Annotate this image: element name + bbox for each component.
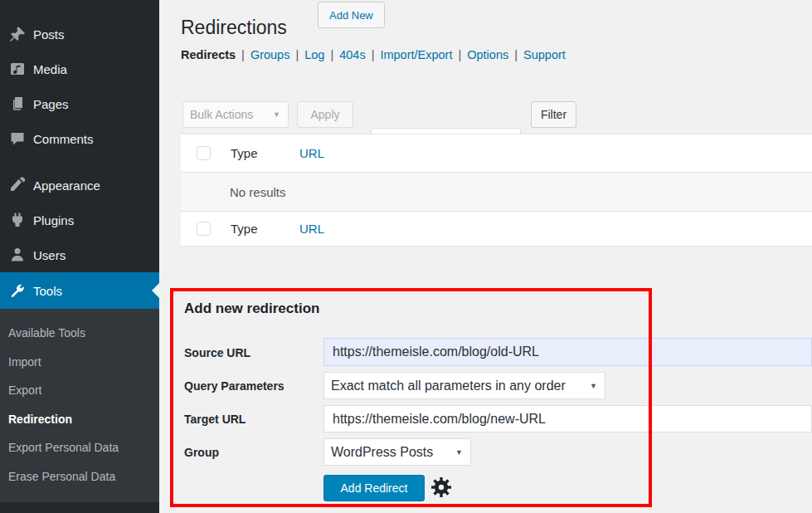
column-header-url[interactable]: URL: [299, 146, 324, 160]
pages-icon: [9, 95, 26, 112]
sidebar-item-label: Plugins: [33, 213, 74, 227]
user-icon: [9, 247, 26, 263]
redirects-table: Type URL No results Type URL: [181, 134, 812, 247]
active-menu-arrow: [152, 283, 159, 298]
target-url-value: https://themeisle.com/blog/new-URL: [333, 412, 546, 427]
query-parameters-value: Exact match all parameters in any order: [331, 379, 566, 393]
submenu-item-import[interactable]: Import: [0, 348, 159, 377]
tab-separator: |: [241, 48, 245, 61]
bulk-actions-value: Bulk Actions: [190, 108, 253, 121]
form-title: Add new redirection: [184, 300, 319, 317]
submenu-item-export[interactable]: Export: [0, 376, 159, 405]
sidebar-item-media[interactable]: Media: [0, 51, 159, 86]
bulk-actions-select[interactable]: Bulk Actions ▼: [182, 101, 289, 128]
target-url-label: Target URL: [184, 413, 246, 426]
query-parameters-label: Query Parameters: [184, 379, 284, 393]
plug-icon: [9, 212, 26, 228]
media-icon: [9, 61, 26, 77]
source-url-label: Source URL: [184, 346, 250, 359]
apply-button[interactable]: Apply: [297, 101, 353, 128]
filter-button-label: Filter: [541, 108, 566, 121]
wrench-icon: [9, 282, 26, 299]
chevron-down-icon: ▼: [273, 110, 280, 119]
tab-redirects[interactable]: Redirects: [181, 48, 236, 61]
group-label: Group: [184, 446, 219, 459]
page-title: Redirections: [181, 15, 287, 40]
brush-icon: [9, 177, 26, 193]
tab-separator: |: [458, 48, 461, 61]
pushpin-icon: [9, 26, 26, 42]
sidebar-item-label: Users: [33, 248, 66, 262]
plugin-tabs: Redirects|Groups|Log|404s|Import/Export|…: [181, 48, 566, 61]
tab-separator: |: [514, 48, 518, 61]
sidebar-item-tools[interactable]: Tools: [0, 272, 159, 309]
sidebar-item-posts[interactable]: Posts: [0, 17, 159, 51]
select-all-checkbox[interactable]: [197, 146, 211, 160]
menu-separator: [0, 156, 159, 168]
column-header-type: Type: [231, 146, 299, 160]
sidebar-item-settings[interactable]: Settings: [0, 502, 159, 513]
sidebar-item-label: Media: [33, 62, 67, 76]
comment-icon: [9, 130, 26, 147]
sidebar-item-label: Comments: [33, 132, 94, 146]
table-footer-row: Type URL: [181, 212, 812, 246]
sidebar-item-plugins[interactable]: Plugins: [0, 203, 159, 237]
tab-log[interactable]: Log: [304, 48, 324, 61]
tab-options[interactable]: Options: [467, 48, 508, 61]
tools-submenu: Available Tools Import Export Redirectio…: [0, 309, 159, 502]
tab-404s[interactable]: 404s: [339, 48, 365, 61]
submenu-item-export-personal-data[interactable]: Export Personal Data: [0, 433, 159, 462]
submenu-item-erase-personal-data[interactable]: Erase Personal Data: [0, 462, 159, 491]
group-select[interactable]: WordPress Posts ▼: [323, 438, 471, 466]
tab-import-export[interactable]: Import/Export: [380, 48, 452, 61]
sidebar-item-label: Pages: [33, 97, 69, 111]
submenu-item-available-tools[interactable]: Available Tools: [0, 319, 159, 348]
group-value: WordPress Posts: [331, 445, 433, 460]
table-header-row: Type URL: [181, 134, 812, 173]
column-footer-url[interactable]: URL: [299, 222, 324, 236]
select-all-checkbox[interactable]: [197, 222, 211, 236]
target-url-input[interactable]: https://themeisle.com/blog/new-URL: [323, 405, 812, 432]
empty-results-row: No results: [181, 173, 812, 212]
chevron-down-icon: ▼: [455, 448, 463, 457]
query-parameters-select[interactable]: Exact match all parameters in any order …: [323, 372, 605, 399]
tab-separator: |: [295, 48, 299, 61]
no-results-message: No results: [230, 185, 286, 199]
tab-support[interactable]: Support: [523, 48, 566, 61]
admin-sidebar: Posts Media Pages Comments Appearance: [0, 0, 159, 513]
apply-button-label: Apply: [310, 108, 339, 121]
add-redirect-button[interactable]: Add Redirect: [323, 475, 425, 501]
sidebar-item-comments[interactable]: Comments: [0, 121, 159, 156]
tab-groups[interactable]: Groups: [250, 48, 290, 61]
source-url-value: https://themeisle.com/blog/old-URL: [333, 344, 539, 359]
filter-button[interactable]: Filter: [531, 101, 576, 128]
sidebar-item-label: Posts: [33, 27, 65, 42]
gear-icon[interactable]: [430, 476, 453, 499]
sidebar-item-pages[interactable]: Pages: [0, 86, 159, 121]
column-footer-type: Type: [231, 222, 299, 236]
chevron-down-icon: ▼: [590, 382, 597, 390]
source-url-input[interactable]: https://themeisle.com/blog/old-URL: [323, 338, 812, 366]
tab-separator: |: [372, 48, 375, 61]
redirection-plugin-page: Posts Media Pages Comments Appearance: [0, 0, 812, 513]
submenu-item-redirection[interactable]: Redirection: [0, 405, 159, 434]
tab-separator: |: [330, 48, 333, 61]
sidebar-item-label: Tools: [33, 284, 62, 298]
sidebar-item-appearance[interactable]: Appearance: [0, 168, 159, 203]
sidebar-item-users[interactable]: Users: [0, 237, 159, 272]
sidebar-item-label: Appearance: [33, 178, 100, 193]
add-new-button[interactable]: Add New: [318, 2, 385, 28]
